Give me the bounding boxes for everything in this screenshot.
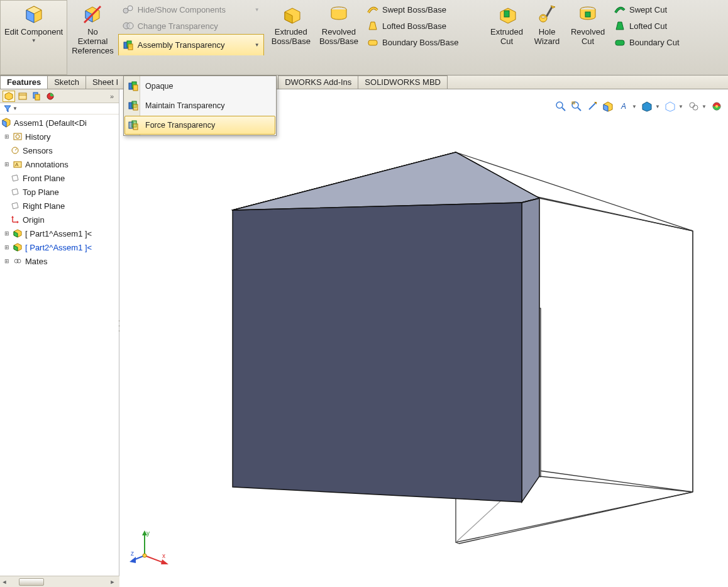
scroll-left-icon[interactable]: ◄ bbox=[0, 579, 9, 585]
change-transparency-button[interactable]: Change Transparency bbox=[118, 18, 264, 34]
expand-icon[interactable]: ⊞ bbox=[4, 133, 10, 140]
svg-line-36 bbox=[562, 108, 565, 111]
svg-rect-18 bbox=[504, 11, 509, 17]
apply-scene-button[interactable] bbox=[709, 99, 724, 113]
edit-component-icon bbox=[24, 4, 44, 25]
tree-root[interactable]: Assem1 (Default<Di bbox=[0, 116, 119, 130]
svg-marker-101 bbox=[233, 203, 522, 502]
expand-icon[interactable]: ⊞ bbox=[4, 161, 10, 167]
orientation-triad[interactable]: y x z bbox=[130, 528, 170, 568]
tab-sketch[interactable]: Sketch bbox=[47, 75, 86, 89]
tree-right-plane[interactable]: Right Plane bbox=[0, 199, 119, 213]
assembly-transparency-button[interactable]: Assembly Transparency ▼ bbox=[118, 34, 264, 55]
opaque-icon bbox=[128, 81, 139, 92]
lofted-cut-icon bbox=[614, 20, 626, 31]
tab-mbd[interactable]: SOLIDWORKS MBD bbox=[358, 75, 448, 89]
swept-boss-button[interactable]: Swept Boss/Base bbox=[363, 1, 482, 18]
svg-point-35 bbox=[556, 102, 563, 108]
tree-part2[interactable]: ⊞ [ Part2^Assem1 ]< bbox=[0, 240, 119, 254]
tree-mates-label: Mates bbox=[25, 257, 47, 266]
zoom-fit-button[interactable] bbox=[553, 99, 568, 113]
scroll-thumb[interactable] bbox=[19, 578, 44, 586]
tree-mates[interactable]: ⊞ Mates bbox=[0, 254, 119, 268]
expand-icon[interactable]: ⊞ bbox=[4, 230, 10, 237]
extruded-cut-button[interactable]: Extruded Cut bbox=[485, 0, 528, 75]
hole-wizard-button[interactable]: Hole Wizard bbox=[528, 0, 566, 75]
tree-front-plane-label: Front Plane bbox=[23, 174, 65, 183]
chevron-down-icon[interactable]: ▼ bbox=[678, 99, 683, 113]
fm-tab-tree[interactable] bbox=[3, 91, 15, 102]
tree-annotations[interactable]: ⊞ A Annotations bbox=[0, 157, 119, 171]
tree-history[interactable]: ⊞ History bbox=[0, 130, 119, 143]
tab-sheet[interactable]: Sheet I bbox=[85, 75, 125, 89]
dropdown-force[interactable]: Force Transparency bbox=[124, 116, 275, 135]
hide-show-components-button[interactable]: Hide/Show Components ▼ bbox=[118, 1, 264, 18]
svg-line-81 bbox=[534, 470, 693, 492]
view-orientation-button[interactable]: A bbox=[616, 99, 631, 113]
previous-view-button[interactable] bbox=[585, 99, 600, 113]
hide-show-components-label: Hide/Show Components bbox=[138, 5, 226, 14]
tree-scrollbar[interactable]: ◄ ► bbox=[0, 576, 119, 587]
revolved-boss-button[interactable]: Revolved Boss/Base bbox=[315, 0, 363, 75]
section-view-button[interactable] bbox=[600, 99, 615, 113]
lofted-cut-button[interactable]: Lofted Cut bbox=[610, 18, 705, 34]
transparency-group: Hide/Show Components ▼ Change Transparen… bbox=[118, 0, 264, 75]
tree-top-plane[interactable]: Top Plane bbox=[0, 185, 119, 199]
boundary-cut-button[interactable]: Boundary Cut bbox=[610, 34, 705, 50]
graphics-area[interactable]: y x z bbox=[119, 89, 728, 587]
tab-addins[interactable]: DWORKS Add-Ins bbox=[278, 75, 358, 89]
dropdown-force-label: Force Transparency bbox=[145, 121, 215, 130]
assembly-transparency-label: Assembly Transparency bbox=[138, 40, 225, 50]
tree-origin[interactable]: Origin bbox=[0, 213, 119, 226]
svg-rect-19 bbox=[546, 6, 553, 17]
no-external-references-button[interactable]: No External References bbox=[67, 0, 118, 75]
tree-front-plane[interactable]: Front Plane bbox=[0, 171, 119, 185]
chevron-down-icon[interactable]: ▼ bbox=[632, 99, 637, 113]
revolved-boss-icon bbox=[329, 4, 349, 25]
expand-icon[interactable]: ⊞ bbox=[4, 244, 10, 250]
plane-icon bbox=[10, 187, 20, 197]
tab-features[interactable]: Features bbox=[0, 75, 48, 89]
boundary-boss-button[interactable]: Boundary Boss/Base bbox=[363, 34, 482, 50]
revolved-boss-label-1: Revolved bbox=[322, 27, 356, 36]
filter-row[interactable]: ▼ bbox=[0, 103, 119, 115]
edit-appearance-button[interactable] bbox=[686, 99, 701, 113]
swept-cut-icon bbox=[614, 4, 626, 15]
scroll-right-icon[interactable]: ► bbox=[108, 579, 117, 585]
revolved-boss-label-2: Boss/Base bbox=[319, 36, 358, 46]
svg-rect-34 bbox=[133, 124, 138, 130]
display-style-button[interactable] bbox=[639, 99, 654, 113]
fm-tab-dim[interactable] bbox=[44, 91, 57, 102]
swept-cut-button[interactable]: Swept Cut bbox=[610, 1, 705, 18]
svg-rect-25 bbox=[615, 40, 624, 45]
dropdown-opaque[interactable]: Opaque bbox=[124, 77, 275, 96]
workspace: » ▼ Assem1 (Default<Di ⊞ History Sensors… bbox=[0, 89, 728, 587]
svg-line-38 bbox=[578, 108, 581, 111]
plane-icon bbox=[10, 201, 20, 211]
svg-point-46 bbox=[693, 105, 698, 110]
dropdown-maintain-label: Maintain Transparency bbox=[145, 101, 224, 110]
fm-tab-property[interactable] bbox=[16, 91, 29, 102]
dropdown-maintain[interactable]: Maintain Transparency bbox=[124, 96, 275, 115]
svg-rect-24 bbox=[585, 12, 590, 17]
tree-sensors[interactable]: Sensors bbox=[0, 143, 119, 157]
tree-sensors-label: Sensors bbox=[23, 146, 53, 155]
lofted-boss-button[interactable]: Lofted Boss/Base bbox=[363, 18, 482, 34]
force-transparency-icon bbox=[128, 120, 139, 131]
expand-icon[interactable]: ⊞ bbox=[4, 258, 10, 264]
svg-line-109 bbox=[456, 542, 459, 544]
hide-show-items-button[interactable] bbox=[663, 99, 678, 113]
tree-right-plane-label: Right Plane bbox=[23, 201, 65, 211]
extruded-boss-label-2: Boss/Base bbox=[272, 36, 311, 46]
chevron-down-icon[interactable]: ▼ bbox=[655, 99, 660, 113]
fm-tab-config[interactable] bbox=[30, 91, 43, 102]
svg-marker-64 bbox=[12, 175, 18, 181]
fm-tabs-overflow[interactable]: » bbox=[108, 92, 116, 100]
chevron-down-icon[interactable]: ▼ bbox=[702, 99, 707, 113]
zoom-area-button[interactable] bbox=[569, 99, 584, 113]
change-transparency-label: Change Transparency bbox=[138, 21, 218, 31]
edit-component-button[interactable]: Edit Component ▼ bbox=[0, 0, 67, 75]
tree-part1[interactable]: ⊞ [ Part1^Assem1 ]< bbox=[0, 226, 119, 240]
extruded-boss-button[interactable]: Extruded Boss/Base bbox=[267, 0, 315, 75]
revolved-cut-button[interactable]: Revolved Cut bbox=[566, 0, 610, 75]
